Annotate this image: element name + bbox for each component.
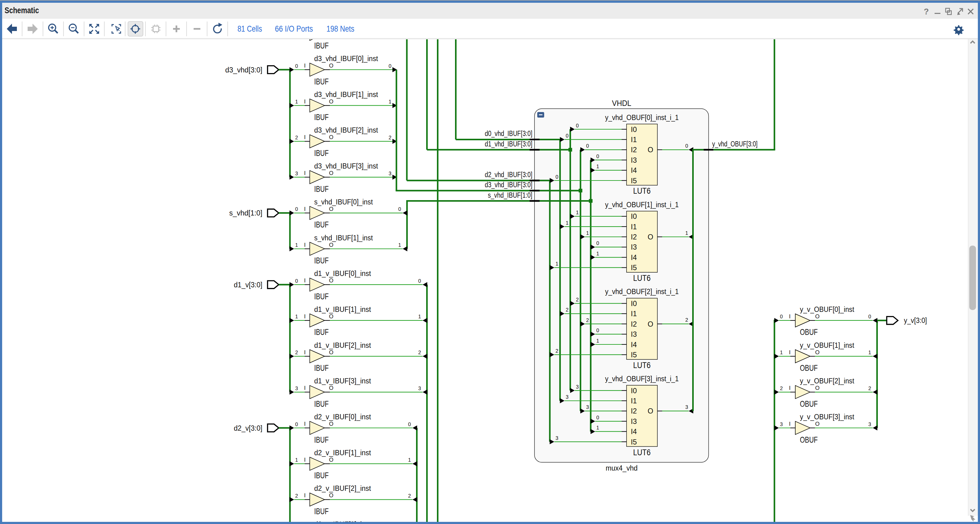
svg-text:s_vhd_IBUF[0]_inst: s_vhd_IBUF[0]_inst	[314, 198, 373, 206]
svg-text:1: 1	[566, 220, 568, 226]
svg-text:3: 3	[868, 422, 871, 427]
svg-text:d3_vhd_IBUF[2]_inst: d3_vhd_IBUF[2]_inst	[314, 126, 378, 134]
svg-text:1: 1	[398, 242, 401, 248]
svg-text:I: I	[304, 98, 305, 105]
svg-text:LUT6: LUT6	[633, 186, 651, 196]
svg-text:I: I	[304, 349, 305, 355]
svg-text:I: I	[304, 62, 305, 69]
svg-text:1: 1	[388, 99, 391, 104]
svg-text:198 Nets: 198 Nets	[326, 24, 355, 33]
svg-text:I0: I0	[631, 212, 637, 220]
svg-text:y_v_OBUF[0]_inst: y_v_OBUF[0]_inst	[800, 306, 854, 314]
svg-text:O: O	[815, 349, 819, 355]
svg-text:y_vhd_OBUF[0]_inst_i_1: y_vhd_OBUF[0]_inst_i_1	[605, 113, 679, 121]
svg-text:0: 0	[576, 123, 579, 128]
svg-text:1: 1	[555, 261, 558, 266]
svg-text:0: 0	[398, 206, 401, 212]
svg-text:I2: I2	[631, 320, 637, 328]
svg-text:IBUF: IBUF	[314, 112, 329, 122]
svg-text:y_vhd_OBUF[1]_inst_i_1: y_vhd_OBUF[1]_inst_i_1	[605, 201, 679, 209]
svg-text:0: 0	[566, 133, 568, 139]
svg-text:LUT6: LUT6	[633, 448, 651, 457]
svg-text:O: O	[329, 170, 333, 176]
svg-text:OBUF: OBUF	[800, 363, 818, 373]
svg-text:d1_v_IBUF[2]_inst: d1_v_IBUF[2]_inst	[314, 341, 371, 349]
svg-text:d1_v[3:0]: d1_v[3:0]	[234, 281, 262, 289]
svg-text:I4: I4	[631, 166, 637, 174]
svg-text:IBUF: IBUF	[314, 148, 329, 158]
svg-text:I: I	[304, 242, 305, 248]
svg-text:IBUF: IBUF	[314, 363, 329, 373]
svg-text:O: O	[329, 277, 333, 284]
svg-text:I4: I4	[631, 341, 637, 349]
svg-text:IBUF: IBUF	[314, 220, 329, 229]
svg-text:O: O	[329, 62, 333, 69]
svg-text:I5: I5	[631, 264, 637, 272]
svg-text:I: I	[304, 205, 305, 212]
svg-text:y_v_OBUF[2]_inst: y_v_OBUF[2]_inst	[800, 377, 854, 385]
svg-text:d2_vhd_IBUF[3:0]: d2_vhd_IBUF[3:0]	[485, 171, 532, 178]
svg-text:0: 0	[295, 422, 298, 427]
svg-text:I3: I3	[631, 417, 637, 425]
svg-text:2: 2	[418, 350, 421, 355]
svg-text:d2_v[3:0]: d2_v[3:0]	[234, 424, 262, 432]
svg-text:3: 3	[576, 384, 579, 390]
svg-text:y_v[3:0]: y_v[3:0]	[904, 317, 927, 325]
svg-text:I: I	[789, 385, 791, 391]
svg-text:1: 1	[295, 314, 298, 319]
svg-text:2: 2	[295, 350, 298, 355]
svg-text:1: 1	[868, 350, 871, 355]
svg-text:y_vhd_OBUF[3:0]: y_vhd_OBUF[3:0]	[712, 140, 757, 148]
svg-text:0: 0	[418, 278, 421, 284]
svg-text:LUT6: LUT6	[633, 360, 651, 370]
svg-text:3: 3	[586, 404, 589, 410]
svg-text:VHDL: VHDL	[612, 99, 632, 108]
svg-text:s_vhd_IBUF[1:0]: s_vhd_IBUF[1:0]	[488, 191, 532, 199]
svg-text:IBUF: IBUF	[314, 184, 329, 194]
svg-text:I: I	[304, 313, 305, 320]
svg-text:d3_vhd_IBUF[0]_inst: d3_vhd_IBUF[0]_inst	[314, 55, 378, 63]
svg-text:IBUF: IBUF	[314, 399, 329, 409]
svg-text:I0: I0	[631, 299, 637, 307]
svg-text:1: 1	[780, 350, 783, 355]
svg-text:I3: I3	[631, 330, 637, 338]
svg-text:O: O	[329, 98, 333, 105]
svg-text:O: O	[648, 146, 653, 154]
svg-text:d1_v_IBUF[3]_inst: d1_v_IBUF[3]_inst	[314, 377, 371, 385]
svg-text:y_v_OBUF[3]_inst: y_v_OBUF[3]_inst	[800, 413, 854, 421]
svg-text:I3: I3	[631, 156, 637, 164]
svg-text:d3_vhd_IBUF[3]_inst: d3_vhd_IBUF[3]_inst	[314, 162, 378, 170]
svg-text:2: 2	[388, 135, 391, 140]
svg-text:I0: I0	[631, 387, 637, 395]
svg-text:3: 3	[418, 385, 421, 391]
svg-text:d3_vhd_IBUF[1]_inst: d3_vhd_IBUF[1]_inst	[314, 91, 378, 99]
svg-text:O: O	[329, 349, 333, 355]
svg-text:y_vhd_OBUF[2]_inst_i_1: y_vhd_OBUF[2]_inst_i_1	[605, 288, 679, 296]
svg-text:0: 0	[555, 174, 558, 180]
svg-text:3: 3	[388, 171, 391, 176]
svg-text:IBUF: IBUF	[314, 435, 329, 444]
svg-text:0: 0	[597, 153, 599, 159]
svg-text:I: I	[304, 457, 305, 463]
svg-text:I: I	[789, 349, 791, 355]
svg-text:OBUF: OBUF	[800, 435, 818, 444]
svg-text:OBUF: OBUF	[800, 399, 818, 409]
svg-text:0: 0	[295, 206, 298, 212]
svg-text:0: 0	[780, 314, 783, 319]
svg-text:2: 2	[685, 317, 688, 323]
svg-text:2: 2	[576, 297, 579, 303]
svg-text:O: O	[329, 242, 333, 248]
svg-text:3: 3	[295, 385, 298, 391]
svg-text:IBUF: IBUF	[314, 327, 329, 337]
svg-text:1: 1	[597, 338, 599, 344]
svg-text:I5: I5	[631, 177, 637, 185]
svg-text:d1_vhd_IBUF[3:0]: d1_vhd_IBUF[3:0]	[485, 140, 532, 148]
svg-text:IBUF: IBUF	[314, 471, 329, 480]
svg-text:OBUF: OBUF	[800, 327, 818, 337]
svg-text:?: ?	[924, 7, 929, 16]
svg-text:1: 1	[295, 242, 298, 248]
svg-text:I2: I2	[631, 407, 637, 415]
svg-text:I1: I1	[631, 223, 637, 231]
svg-text:I: I	[789, 420, 791, 427]
svg-text:2: 2	[295, 493, 298, 499]
